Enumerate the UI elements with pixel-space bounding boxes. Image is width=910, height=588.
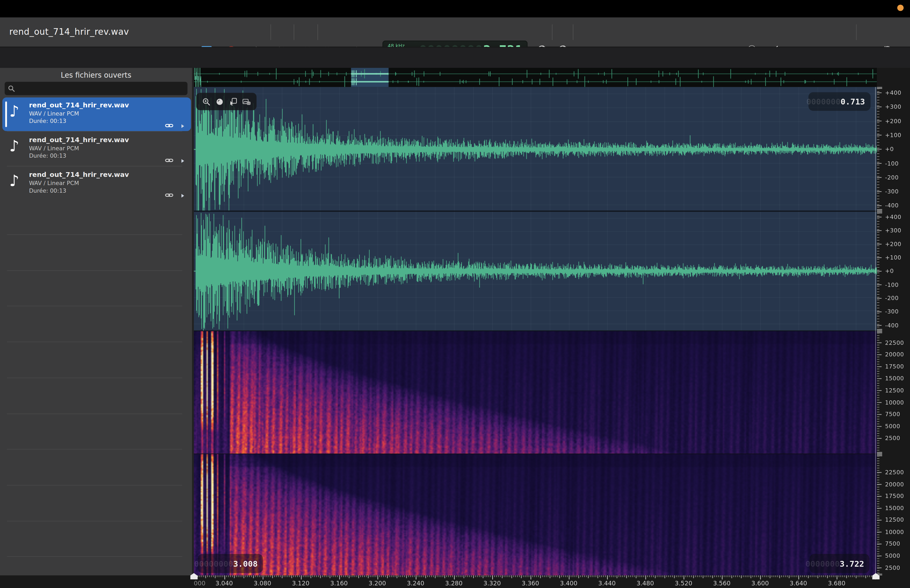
list-separator	[7, 556, 182, 557]
time-axis-label: 3.440	[598, 579, 616, 586]
toolbar-separator	[552, 24, 553, 40]
scale-tick-label: 5000	[885, 552, 900, 559]
lens-tool-button[interactable]	[213, 96, 225, 107]
file-list-item[interactable]: ♪rend_out_714_hrir_rev.wavWAV / Linear P…	[2, 167, 191, 201]
magnify-tool-button[interactable]	[200, 96, 212, 107]
audio-file-note-icon: ♪	[9, 102, 19, 120]
toolbar-separator	[318, 24, 318, 40]
time-axis-label: 3.080	[254, 579, 271, 586]
list-separator	[7, 521, 182, 521]
link-button[interactable]	[165, 156, 173, 167]
scale-tick-label: 10000	[885, 528, 904, 535]
scale-tick-label: 15000	[885, 505, 904, 511]
scale-tick-label: 5000	[885, 423, 900, 429]
time-axis-label: 3.560	[713, 579, 731, 586]
scale-tick-label: 22500	[885, 339, 904, 346]
scale-tick-label: -100	[885, 281, 899, 288]
snapshot-icon	[242, 97, 251, 106]
scale-tick-label: 12500	[885, 387, 904, 394]
readout-value: 3.722	[840, 559, 864, 568]
hand-tool-icon	[228, 97, 237, 106]
file-play-button[interactable]	[179, 155, 186, 166]
selection-bar	[5, 102, 7, 127]
time-axis-label: 3.240	[407, 579, 424, 586]
list-separator	[7, 485, 182, 485]
scale-tick-label: 15000	[885, 375, 904, 382]
scale-tick-label: 12500	[885, 517, 904, 523]
scale-tick-label: +300	[885, 228, 901, 234]
view-mini-toolbar	[196, 93, 256, 110]
time-axis-label: 3.600	[752, 579, 769, 586]
link-button[interactable]	[165, 121, 173, 132]
value-ruler[interactable]: +400+300+200+100+0-100-200-300-400+400+3…	[877, 68, 910, 588]
scale-tick-label: 22500	[885, 469, 904, 475]
list-separator	[7, 342, 182, 342]
list-separator	[7, 166, 182, 166]
list-separator	[7, 306, 182, 306]
scale-tick-label: -400	[885, 322, 899, 328]
waveform-channel-1[interactable]	[194, 87, 877, 212]
waveform-channel-2[interactable]	[194, 212, 877, 331]
list-separator	[7, 234, 182, 235]
view-end-readout: 00000003.722	[810, 554, 870, 573]
toolbar-separator	[856, 24, 857, 40]
readout-ghost: 0000000	[805, 559, 840, 568]
time-axis-label: 3.640	[790, 579, 807, 586]
time-axis-label: 3.680	[828, 579, 845, 586]
scale-tick-label: 7500	[885, 411, 900, 417]
readout-ghost: 0000000	[806, 97, 840, 106]
scale-tick-label: -400	[885, 202, 899, 209]
scale-tick-label: -200	[885, 174, 899, 181]
file-list-item[interactable]: ♪rend_out_714_hrir_rev.wavWAV / Linear P…	[2, 97, 191, 131]
time-axis-label: 3.280	[445, 579, 462, 586]
lens-icon	[215, 97, 224, 106]
time-axis-label: 3.320	[483, 579, 501, 586]
open-files-sidebar: Les fichiers ouverts ♪rend_out_714_hrir_…	[0, 68, 192, 579]
file-duration: Durée: 00:13	[29, 153, 66, 159]
overview-strip[interactable]	[194, 68, 877, 87]
status-dot-icon	[897, 5, 904, 11]
readout-value: 3.008	[233, 559, 258, 568]
scale-tick-label: 17500	[885, 363, 904, 370]
file-name: rend_out_714_hrir_rev.wav	[29, 136, 129, 144]
time-axis-label: 3.360	[522, 579, 539, 586]
menu-bar	[0, 0, 910, 17]
scale-tick-label: +100	[885, 132, 901, 138]
hand-tool-button[interactable]	[227, 96, 239, 107]
file-play-button[interactable]	[179, 190, 186, 201]
time-axis-label: 3.160	[330, 579, 348, 586]
playhead-line[interactable]	[875, 87, 876, 575]
file-duration: Durée: 00:13	[29, 118, 66, 124]
file-list-item[interactable]: ♪rend_out_714_hrir_rev.wavWAV / Linear P…	[2, 132, 191, 166]
toolbar-separator	[294, 24, 294, 40]
list-separator	[7, 378, 182, 378]
spectrogram-channel-1[interactable]	[194, 331, 877, 454]
time-axis-label: 3.120	[292, 579, 309, 586]
scale-tick-label: -300	[885, 188, 899, 194]
list-separator	[7, 413, 182, 414]
file-duration: Durée: 00:13	[29, 187, 66, 194]
scale-tick-label: +200	[885, 241, 901, 247]
scale-tick-label: 20000	[885, 481, 904, 487]
toolbar: ♪ 1	[0, 47, 910, 68]
search-input[interactable]	[18, 82, 185, 96]
scale-tick-label: 10000	[885, 399, 904, 405]
file-play-button[interactable]	[179, 121, 186, 132]
time-ruler[interactable]	[194, 575, 877, 579]
file-name: rend_out_714_hrir_rev.wav	[29, 101, 129, 109]
time-axis-label: 3.400	[560, 579, 577, 586]
scale-tick-label: +0	[885, 146, 894, 152]
spectrogram-channel-2[interactable]	[194, 454, 877, 575]
snapshot-tool-button[interactable]	[240, 96, 252, 107]
time-axis-label: 000	[194, 579, 205, 586]
audio-file-note-icon: ♪	[9, 171, 19, 189]
list-separator	[7, 270, 182, 271]
time-axis-label: 3.480	[637, 579, 654, 586]
title-bar: rend_out_714_hrir_rev.wav 48 kHz stereo …	[0, 17, 910, 47]
list-separator	[7, 131, 182, 132]
scale-tick-label: 20000	[885, 351, 904, 358]
audio-file-note-icon: ♪	[9, 137, 19, 155]
selection-duration-readout: 00000000.713	[808, 92, 870, 111]
time-axis-label: 3.520	[675, 579, 692, 586]
link-button[interactable]	[165, 191, 173, 202]
